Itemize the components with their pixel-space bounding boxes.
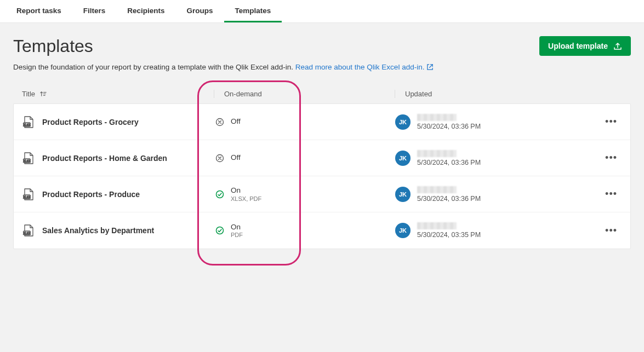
column-updated-label: Updated (405, 90, 432, 98)
tab-recipients[interactable]: Recipients (116, 0, 175, 22)
table-row[interactable]: XLSX Product Reports - Home & Garden Off… (14, 140, 630, 176)
row-ondemand-cell: Off (214, 117, 395, 126)
more-actions-button[interactable]: ••• (601, 186, 622, 202)
table-row[interactable]: XLSX Sales Analytics by Department OnPDF… (14, 212, 630, 249)
svg-text:XLSX: XLSX (23, 195, 31, 198)
page-title: Templates (13, 36, 93, 56)
row-actions-cell: ••• (582, 186, 622, 202)
row-updated-cell: JK5/30/2024, 03:36 PM (395, 114, 582, 130)
xlsx-file-icon: XLSX (22, 224, 35, 237)
avatar: JK (395, 151, 411, 166)
templates-table: Title On-demand Updated XLSX Product Rep… (13, 84, 631, 249)
xlsx-file-icon: XLSX (22, 188, 35, 201)
column-ondemand-label: On-demand (224, 90, 262, 98)
tab-groups[interactable]: Groups (176, 0, 224, 22)
more-actions-button[interactable]: ••• (601, 114, 622, 130)
user-name-redacted (417, 114, 457, 121)
avatar: JK (395, 114, 411, 130)
avatar: JK (395, 223, 411, 238)
status-label: Off (231, 153, 241, 162)
description-text: Design the foundation of your report by … (13, 63, 295, 71)
row-ondemand-cell: Off (214, 153, 395, 162)
table-row[interactable]: XLSX Product Reports - Grocery OffJK5/30… (14, 104, 630, 140)
read-more-link[interactable]: Read more about the Qlik Excel add-in. (295, 63, 425, 71)
row-actions-cell: ••• (582, 223, 622, 239)
status-on-icon (215, 190, 224, 199)
row-ondemand-cell: OnPDF (214, 223, 395, 238)
status-label: Off (231, 117, 241, 126)
updated-timestamp: 5/30/2024, 03:36 PM (417, 159, 481, 166)
status-label: On (231, 186, 261, 195)
status-on-icon (215, 226, 224, 235)
tab-report-tasks[interactable]: Report tasks (5, 0, 72, 22)
user-name-redacted (417, 186, 457, 193)
template-title: Sales Analytics by Department (42, 226, 154, 235)
nav-tabs: Report tasksFiltersRecipientsGroupsTempl… (0, 0, 644, 23)
row-updated-cell: JK5/30/2024, 03:35 PM (395, 222, 582, 239)
svg-text:XLSX: XLSX (23, 123, 31, 126)
tab-filters[interactable]: Filters (72, 0, 117, 22)
updated-timestamp: 5/30/2024, 03:36 PM (417, 195, 481, 203)
row-title-cell: XLSX Sales Analytics by Department (22, 224, 214, 237)
template-title: Product Reports - Home & Garden (42, 154, 167, 163)
updated-timestamp: 5/30/2024, 03:36 PM (417, 123, 481, 130)
svg-text:XLSX: XLSX (23, 159, 31, 162)
sort-icon (39, 90, 47, 97)
page-description: Design the foundation of your report by … (13, 63, 631, 72)
table-body: XLSX Product Reports - Grocery OffJK5/30… (13, 103, 631, 249)
avatar: JK (395, 187, 411, 202)
status-formats: PDF (231, 232, 243, 238)
xlsx-file-icon: XLSX (22, 152, 35, 165)
user-name-redacted (417, 222, 457, 229)
external-link-icon (426, 64, 434, 72)
column-header-updated[interactable]: Updated (395, 90, 581, 98)
row-actions-cell: ••• (582, 150, 622, 166)
template-title: Product Reports - Produce (42, 190, 140, 199)
svg-point-8 (216, 191, 224, 198)
tab-templates[interactable]: Templates (224, 0, 282, 22)
status-label: On (231, 223, 243, 232)
row-title-cell: XLSX Product Reports - Home & Garden (22, 152, 214, 165)
upload-icon (613, 42, 622, 50)
more-actions-button[interactable]: ••• (601, 223, 622, 239)
template-title: Product Reports - Grocery (42, 118, 139, 126)
column-header-ondemand[interactable]: On-demand (214, 90, 395, 98)
status-off-icon (215, 118, 224, 126)
table-header: Title On-demand Updated (13, 84, 631, 103)
page-header: Templates Upload template (13, 36, 631, 56)
upload-template-button[interactable]: Upload template (539, 36, 631, 56)
row-title-cell: XLSX Product Reports - Produce (22, 188, 214, 201)
updated-timestamp: 5/30/2024, 03:35 PM (417, 231, 481, 239)
status-formats: XLSX, PDF (231, 195, 261, 202)
svg-text:XLSX: XLSX (23, 232, 31, 235)
column-title-label: Title (22, 90, 35, 98)
column-header-title[interactable]: Title (22, 90, 214, 98)
row-actions-cell: ••• (582, 114, 622, 130)
upload-template-label: Upload template (548, 42, 608, 50)
table-row[interactable]: XLSX Product Reports - Produce OnXLSX, P… (14, 176, 630, 212)
row-updated-cell: JK5/30/2024, 03:36 PM (395, 150, 582, 166)
row-title-cell: XLSX Product Reports - Grocery (22, 116, 214, 129)
page-content: Templates Upload template Design the fou… (0, 23, 644, 249)
user-name-redacted (417, 150, 457, 157)
row-updated-cell: JK5/30/2024, 03:36 PM (395, 186, 582, 203)
status-off-icon (215, 154, 224, 163)
row-ondemand-cell: OnXLSX, PDF (214, 186, 395, 201)
more-actions-button[interactable]: ••• (601, 150, 622, 166)
svg-point-11 (216, 227, 224, 234)
xlsx-file-icon: XLSX (22, 116, 35, 129)
